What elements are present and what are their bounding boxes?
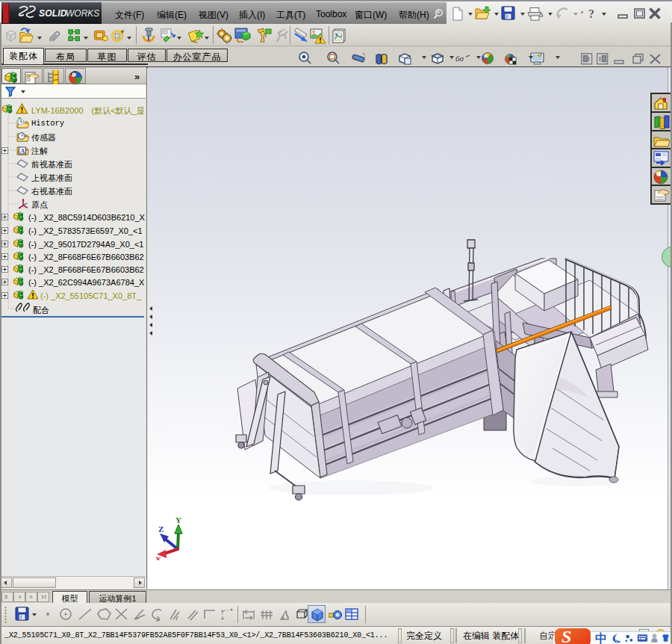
svg-text:WORKS: WORKS	[66, 8, 99, 19]
svg-text:SOLID: SOLID	[39, 8, 67, 19]
svg-text:6σ: 6σ	[455, 54, 464, 63]
svg-text:?: ?	[588, 7, 594, 20]
svg-text:X: X	[155, 555, 161, 560]
svg-text:Z: Z	[158, 524, 164, 533]
svg-text:Y: Y	[175, 515, 181, 524]
